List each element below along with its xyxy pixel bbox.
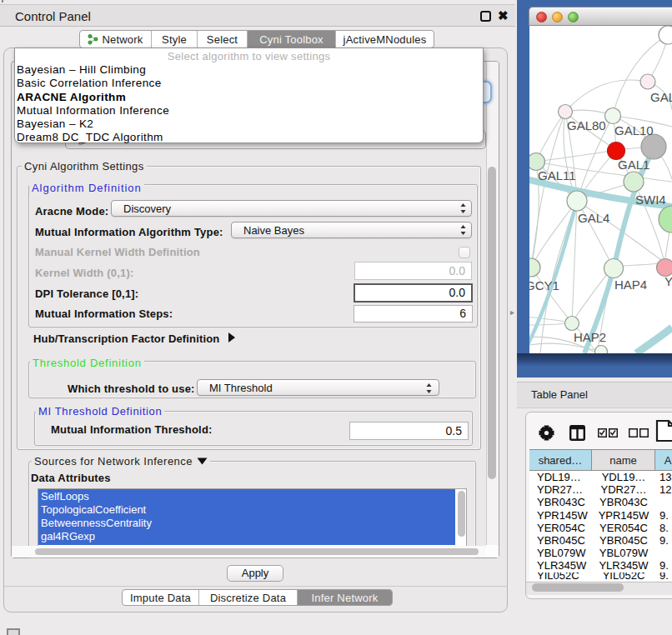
svg-text:GAL11: GAL11: [538, 168, 576, 182]
svg-text:GAL1: GAL1: [618, 158, 649, 172]
svg-text:HAP2: HAP2: [574, 330, 606, 344]
svg-text:GAL80: GAL80: [567, 118, 606, 132]
svg-text:HAP4: HAP4: [614, 278, 647, 292]
svg-text:GAL10: GAL10: [614, 123, 654, 138]
svg-text:GCY1: GCY1: [529, 278, 559, 292]
svg-text:GAL4: GAL4: [578, 211, 609, 225]
svg-text:SWI4: SWI4: [635, 192, 666, 207]
svg-text:GAL2: GAL2: [650, 90, 672, 104]
svg-text:Y: Y: [664, 274, 672, 288]
